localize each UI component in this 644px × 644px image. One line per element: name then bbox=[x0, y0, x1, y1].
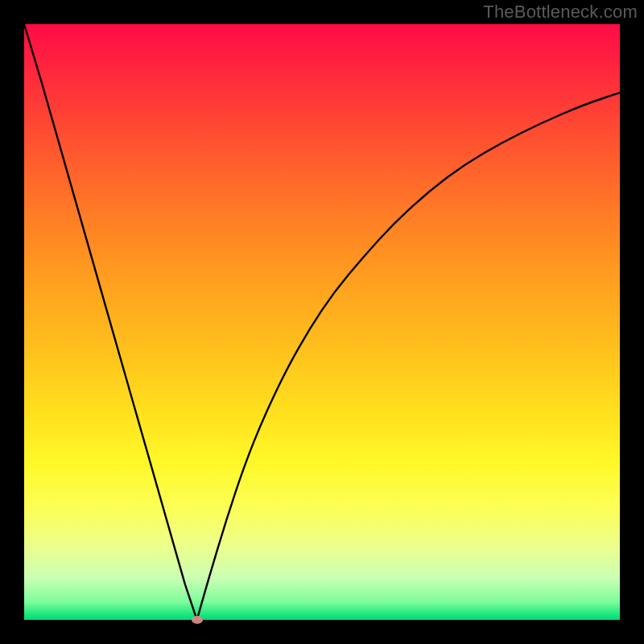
chart-frame: TheBottleneck.com bbox=[0, 0, 644, 644]
curve-path bbox=[24, 24, 620, 620]
watermark-text: TheBottleneck.com bbox=[483, 2, 638, 23]
curve-svg bbox=[24, 24, 620, 620]
minimum-marker bbox=[192, 616, 203, 624]
plot-area bbox=[24, 24, 620, 620]
